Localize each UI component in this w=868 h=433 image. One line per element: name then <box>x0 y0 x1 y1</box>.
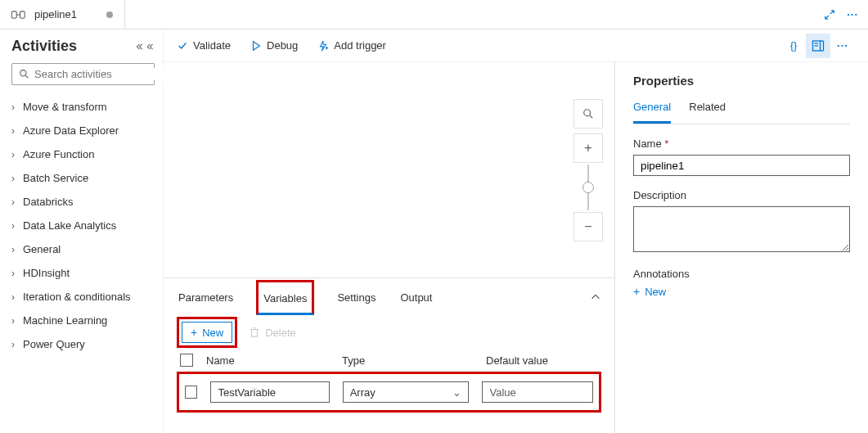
properties-heading: Properties <box>633 74 850 88</box>
activities-panel: Activities ›Move & transform ›Azure Data… <box>0 29 164 433</box>
name-label: Name * <box>633 138 850 150</box>
activity-label: HDInsight <box>23 267 70 279</box>
tab-title: pipeline1 <box>34 8 77 20</box>
properties-toggle-button[interactable] <box>806 34 830 58</box>
activity-group[interactable]: ›General <box>11 237 155 261</box>
toolbar-more-button[interactable]: ··· <box>830 34 855 58</box>
activity-label: Move & transform <box>23 101 107 113</box>
activity-label: Machine Learning <box>23 314 107 327</box>
expand-icon[interactable] <box>824 9 835 20</box>
properties-tabs: General Related <box>633 101 850 124</box>
name-input[interactable] <box>633 155 850 176</box>
svg-rect-1 <box>20 11 25 17</box>
annotations-label: Annotations <box>633 268 850 280</box>
tab-bar: pipeline1 ··· <box>0 0 868 29</box>
minus-icon: − <box>584 219 591 234</box>
activity-group[interactable]: ›Azure Data Explorer <box>11 119 155 142</box>
code-view-button[interactable]: {} <box>781 34 806 58</box>
tab-label: Settings <box>337 291 376 304</box>
variable-type-select[interactable]: Array⌄ <box>343 381 470 403</box>
play-icon <box>250 40 262 52</box>
unsaved-dot-icon <box>106 11 113 18</box>
delete-label: Delete <box>265 327 296 339</box>
activity-group[interactable]: ›Azure Function <box>11 142 155 166</box>
row-checkbox[interactable] <box>185 386 197 399</box>
chevron-right-icon: › <box>11 339 15 350</box>
search-icon <box>19 69 29 79</box>
chevron-right-icon: › <box>11 125 15 137</box>
tab-label: Related <box>689 101 726 113</box>
activity-group[interactable]: ›Power Query <box>11 332 155 356</box>
activity-group[interactable]: ›Databricks <box>11 190 155 214</box>
delete-variable-button: Delete <box>249 327 296 339</box>
tab-label: General <box>633 101 671 113</box>
svg-line-4 <box>25 75 28 78</box>
plus-icon: + <box>633 285 640 298</box>
properties-panel: Properties General Related Name * Descri… <box>614 62 868 433</box>
activity-group[interactable]: ›Move & transform <box>11 95 155 119</box>
activity-label: Batch Service <box>23 172 88 184</box>
more-icon[interactable]: ··· <box>847 8 858 20</box>
trash-icon <box>249 327 260 338</box>
pipeline-toolbar: Validate Debug Add trigger {} ··· <box>164 29 868 62</box>
chevron-right-icon: › <box>11 315 15 327</box>
activity-group[interactable]: ›Batch Service <box>11 166 155 190</box>
variable-default-input[interactable]: Value <box>482 381 593 403</box>
search-input[interactable] <box>11 63 155 85</box>
search-icon <box>582 108 594 120</box>
fit-button[interactable] <box>573 99 603 129</box>
tab-general[interactable]: General <box>633 101 671 124</box>
activity-group[interactable]: ›Machine Learning <box>11 309 155 332</box>
activity-label: Power Query <box>23 338 85 350</box>
collapse-icon[interactable] <box>135 42 155 52</box>
activity-group[interactable]: ›HDInsight <box>11 261 155 285</box>
tab-related[interactable]: Related <box>689 101 726 124</box>
svg-line-14 <box>590 115 593 118</box>
svg-point-3 <box>20 70 26 76</box>
zoom-thumb[interactable] <box>582 182 594 193</box>
search-field[interactable] <box>34 68 172 80</box>
add-trigger-button[interactable]: Add trigger <box>317 39 386 52</box>
chevron-right-icon: › <box>11 268 15 279</box>
activity-label: Databricks <box>23 196 73 208</box>
variable-row: TestVariable Array⌄ Value <box>182 377 596 408</box>
new-variable-button[interactable]: + New <box>182 322 232 343</box>
variable-name-input[interactable]: TestVariable <box>210 381 329 403</box>
activity-group[interactable]: ›Iteration & conditionals <box>11 285 155 309</box>
svg-rect-0 <box>11 11 16 17</box>
check-icon <box>177 40 188 52</box>
chevron-right-icon: › <box>11 244 15 255</box>
plus-icon: + <box>191 326 197 339</box>
zoom-slider[interactable] <box>587 165 589 210</box>
column-type: Type <box>342 354 473 367</box>
tab-output[interactable]: Output <box>398 282 434 313</box>
variable-name-value: TestVariable <box>218 386 276 399</box>
variable-type-value: Array <box>350 386 376 399</box>
tab-parameters[interactable]: Parameters <box>177 282 235 313</box>
select-all-checkbox[interactable] <box>180 354 193 367</box>
description-input[interactable] <box>633 206 850 252</box>
zoom-in-button[interactable]: + <box>573 133 603 163</box>
activity-group[interactable]: ›Data Lake Analytics <box>11 214 155 237</box>
chevron-down-icon: ⌄ <box>452 386 461 399</box>
pipeline-tab[interactable]: pipeline1 <box>0 0 125 29</box>
activity-label: Iteration & conditionals <box>23 291 131 303</box>
pipeline-canvas[interactable]: + − <box>164 62 614 277</box>
tab-label: Parameters <box>178 291 233 304</box>
debug-button[interactable]: Debug <box>250 39 298 52</box>
collapse-panel-icon[interactable] <box>590 291 601 303</box>
chevron-right-icon: › <box>11 291 15 303</box>
validate-button[interactable]: Validate <box>177 39 231 52</box>
activity-label: Data Lake Analytics <box>23 219 116 232</box>
activity-label: Azure Function <box>23 148 94 160</box>
new-annotation-button[interactable]: + New <box>633 285 850 298</box>
svg-point-13 <box>584 109 591 115</box>
chevron-right-icon: › <box>11 101 15 113</box>
tab-label: Variables <box>263 292 307 304</box>
zoom-out-button[interactable]: − <box>573 212 603 241</box>
tab-label: Output <box>400 291 432 304</box>
chevron-right-icon: › <box>11 173 15 184</box>
tab-settings[interactable]: Settings <box>335 282 377 313</box>
tab-variables[interactable]: Variables <box>256 280 314 315</box>
bottom-panel: Parameters Variables Settings Output + N… <box>164 277 614 433</box>
